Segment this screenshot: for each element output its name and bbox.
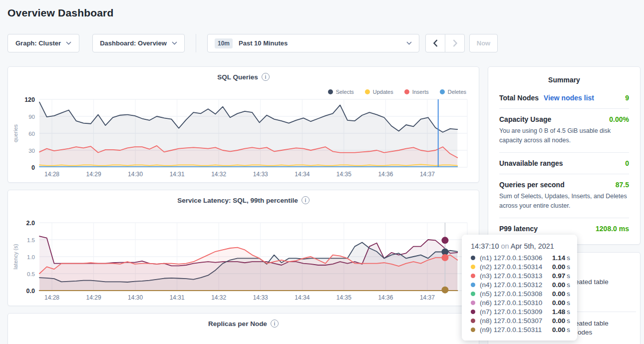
- svg-text:14:28: 14:28: [44, 294, 59, 301]
- svg-text:14:36: 14:36: [378, 294, 393, 301]
- summary-value: 1208.0 ms: [596, 225, 629, 233]
- summary-label: P99 latency: [499, 225, 538, 233]
- event-text-fragment: eated table: [575, 278, 609, 286]
- time-pager: [425, 34, 465, 52]
- svg-text:14:28: 14:28: [44, 171, 59, 178]
- summary-divider: [499, 174, 629, 174]
- svg-text:60: 60: [28, 131, 35, 137]
- info-icon[interactable]: i: [302, 196, 310, 204]
- svg-text:14:32: 14:32: [211, 171, 226, 178]
- svg-text:1.5: 1.5: [27, 237, 35, 243]
- summary-value: 9: [625, 94, 629, 102]
- tooltip-unit: s: [567, 281, 570, 289]
- summary-value: 0.00%: [609, 115, 629, 123]
- series-dot-icon: [471, 319, 475, 323]
- legend-dot-icon: [440, 89, 445, 94]
- now-button[interactable]: Now: [469, 34, 498, 52]
- overview-dashboard-page: { "page": { "title": "Overview Dashboard…: [0, 0, 644, 344]
- tooltip-row: (n1) 127.0.0.1:503061.14s: [471, 253, 570, 262]
- tooltip-unit: s: [567, 254, 570, 262]
- svg-text:2.0: 2.0: [26, 220, 35, 227]
- svg-text:14:35: 14:35: [336, 171, 351, 178]
- summary-value: 87.5: [616, 181, 629, 189]
- time-back-button[interactable]: [425, 34, 445, 52]
- time-range-label: Past 10 Minutes: [239, 39, 400, 47]
- svg-text:14:32: 14:32: [211, 294, 226, 301]
- summary-value: 0: [625, 159, 629, 167]
- tooltip-value: 0.00: [552, 326, 565, 334]
- svg-text:14:37: 14:37: [420, 294, 435, 301]
- chevron-down-icon: [66, 41, 71, 45]
- summary-item-capacity-usage: Capacity Usage 0.00% You are using 0 B o…: [499, 115, 629, 146]
- legend-item-updates[interactable]: Updates: [365, 89, 393, 95]
- svg-text:120: 120: [24, 96, 35, 103]
- info-icon[interactable]: i: [262, 73, 270, 81]
- event-text-fragment: eated table: [575, 320, 609, 327]
- legend-label: Updates: [373, 89, 393, 95]
- info-icon[interactable]: i: [271, 320, 279, 328]
- chart-hover-tooltip: 14:37:10 on Apr 5th, 2021 (n1) 127.0.0.1…: [462, 235, 577, 341]
- tooltip-node-label: (n1) 127.0.0.1:50306: [480, 254, 552, 262]
- svg-text:0.0: 0.0: [26, 288, 35, 295]
- tooltip-value: 0.00: [552, 290, 565, 298]
- tooltip-node-label: (n5) 127.0.0.1:50308: [480, 290, 552, 298]
- sql-queries-legend: SelectsUpdatesInsertsDeletes: [328, 89, 466, 95]
- legend-item-deletes[interactable]: Deletes: [440, 89, 466, 95]
- dashboard-dropdown-label: Dashboard: Overview: [100, 39, 167, 47]
- summary-divider: [499, 152, 629, 153]
- service-latency-chart[interactable]: 0.00.51.01.52.014:2814:2914:3014:3114:32…: [39, 223, 467, 291]
- svg-text:14:29: 14:29: [86, 294, 101, 301]
- svg-text:14:35: 14:35: [336, 294, 351, 301]
- controls-divider: [196, 34, 196, 52]
- tooltip-unit: s: [567, 290, 570, 298]
- graph-dropdown-label: Graph: Cluster: [15, 39, 61, 47]
- chevron-left-icon: [433, 39, 438, 47]
- tooltip-unit: s: [567, 317, 570, 325]
- summary-panel: Summary Total Nodes View nodes list 9 Ca…: [488, 66, 641, 245]
- svg-text:queries: queries: [12, 124, 18, 142]
- tooltip-row: (n9) 127.0.0.1:503110.00s: [471, 325, 570, 334]
- svg-text:14:34: 14:34: [295, 294, 310, 301]
- svg-text:14:30: 14:30: [128, 171, 143, 178]
- series-dot-icon: [471, 310, 475, 314]
- tooltip-value: 0.00: [552, 317, 565, 325]
- page-title: Overview Dashboard: [7, 7, 114, 19]
- tooltip-value: 0.00: [552, 263, 565, 271]
- series-dot-icon: [471, 301, 475, 305]
- graph-dropdown[interactable]: Graph: Cluster: [7, 34, 79, 52]
- summary-item-total-nodes: Total Nodes View nodes list 9: [499, 94, 629, 102]
- tooltip-row: (n8) 127.0.0.1:503070.00s: [471, 316, 570, 325]
- time-forward-button[interactable]: [445, 34, 465, 52]
- tooltip-unit: s: [567, 326, 570, 334]
- tooltip-node-label: (n9) 127.0.0.1:50311: [480, 326, 552, 334]
- legend-label: Deletes: [448, 89, 466, 95]
- legend-label: Selects: [336, 89, 354, 95]
- tooltip-row: (n7) 127.0.0.1:503091.48s: [471, 307, 570, 316]
- tooltip-timestamp: 14:37:10 on Apr 5th, 2021: [471, 242, 570, 250]
- summary-label: Queries per second: [499, 181, 565, 189]
- tooltip-row: (n3) 127.0.0.1:503130.97s: [471, 271, 570, 280]
- service-latency-title: Service Latency: SQL, 99th percentile: [177, 197, 298, 204]
- legend-item-inserts[interactable]: Inserts: [404, 89, 429, 95]
- tooltip-row: (n4) 127.0.0.1:503120.00s: [471, 280, 570, 289]
- dashboard-dropdown[interactable]: Dashboard: Overview: [92, 34, 185, 52]
- svg-text:14:29: 14:29: [86, 171, 101, 178]
- legend-item-selects[interactable]: Selects: [328, 89, 354, 95]
- summary-divider: [499, 218, 629, 218]
- tooltip-value: 0.00: [552, 299, 565, 307]
- chevron-down-icon: [406, 41, 412, 45]
- summary-note: Sum of Selects, Updates, Inserts, and De…: [499, 192, 629, 211]
- summary-title: Summary: [499, 76, 629, 84]
- svg-text:1.0: 1.0: [27, 254, 35, 260]
- summary-divider: [499, 108, 629, 109]
- svg-text:14:30: 14:30: [128, 294, 143, 301]
- sql-queries-chart[interactable]: 030609012014:2814:2914:3014:3114:3214:33…: [39, 99, 467, 167]
- series-dot-icon: [471, 265, 475, 269]
- view-nodes-list-link[interactable]: View nodes list: [544, 94, 594, 102]
- tooltip-value: 1.48: [552, 308, 565, 316]
- service-latency-panel: Service Latency: SQL, 99th percentile i …: [7, 190, 479, 306]
- summary-item-unavailable-ranges: Unavailable ranges 0: [499, 159, 629, 167]
- replicas-per-node-panel: Replicas per Node i: [7, 313, 479, 344]
- tooltip-unit: s: [567, 263, 570, 271]
- time-range-dropdown[interactable]: 10m Past 10 Minutes: [207, 34, 419, 52]
